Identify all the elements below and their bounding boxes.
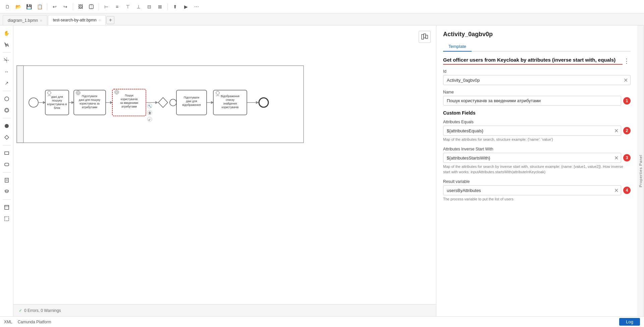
attr-equals-row: ✕ [443, 126, 621, 136]
svg-rect-23 [17, 66, 23, 143]
distribute-v-btn[interactable]: ⊠ [155, 2, 165, 11]
diagram-svg: дані для пошуку користувача в блок Підго… [13, 46, 309, 193]
attr-starts-input[interactable] [443, 153, 611, 162]
distribute-h-btn[interactable]: ⊟ [145, 2, 154, 11]
redo-btn[interactable]: ↪ [61, 2, 70, 11]
connect-tool-btn[interactable]: ↗ [2, 78, 12, 88]
filled-circle-btn[interactable] [2, 121, 12, 131]
image-btn[interactable]: 🖼 [76, 2, 85, 11]
svg-text:дані для: дані для [51, 95, 63, 99]
svg-point-59 [170, 99, 176, 106]
svg-rect-12 [5, 178, 8, 182]
lasso-btn[interactable] [87, 2, 96, 11]
frame-btn[interactable] [2, 202, 12, 212]
svg-text:користувача за: користувача за [79, 102, 100, 105]
more-btn[interactable]: ⋯ [192, 2, 201, 11]
new-file-btn[interactable]: 🗋 [3, 2, 12, 11]
align-center-h-btn[interactable]: ≡ [112, 2, 122, 11]
svg-rect-21 [426, 35, 428, 39]
panel-tabs: Template [443, 42, 631, 52]
tab-diagram1[interactable]: diagram_1.bpmn ○ [3, 15, 47, 25]
circle-tool-btn[interactable] [2, 94, 12, 104]
undo-btn[interactable]: ↩ [50, 2, 59, 11]
status-message: 0 Errors, 0 Warnings [24, 308, 61, 313]
dashed-sel-btn[interactable] [2, 214, 12, 224]
tab-add-btn[interactable]: + [106, 16, 114, 24]
status-check-icon: ✓ [19, 308, 22, 313]
log-btn[interactable]: Log [619, 318, 640, 326]
panel-section-title: Get officer users from Keycloak by attri… [443, 57, 623, 65]
id-field-clear-btn[interactable]: ✕ [621, 75, 630, 85]
panel-more-btn[interactable]: ⋮ [623, 57, 631, 65]
attr-starts-badge: 3 [623, 154, 631, 161]
result-var-clear[interactable]: ✕ [611, 186, 621, 195]
export-btn[interactable]: 📋 [35, 2, 44, 11]
attr-equals-clear[interactable]: ✕ [611, 126, 621, 135]
attr-equals-input[interactable] [443, 126, 611, 135]
svg-rect-19 [422, 35, 424, 39]
svg-text:атрибутами: атрибутами [82, 106, 97, 109]
map-view-btn[interactable] [419, 31, 431, 43]
align-left-btn[interactable]: ⊢ [102, 2, 111, 11]
save-btn[interactable]: 💾 [24, 2, 34, 11]
upload-btn[interactable]: ⬆ [170, 2, 180, 11]
rounded-rect-btn[interactable] [2, 159, 12, 170]
align-top-btn[interactable]: ⊤ [123, 2, 132, 11]
run-btn[interactable]: ▶ [181, 2, 191, 11]
toolbar-sep-3 [99, 3, 99, 10]
tool-sep-6 [3, 199, 11, 200]
doc-btn[interactable] [2, 175, 12, 185]
tool-sep-2 [3, 91, 11, 91]
attr-starts-clear[interactable]: ✕ [611, 153, 621, 162]
toolbar-sep-4 [167, 3, 168, 10]
name-field-input[interactable] [443, 96, 621, 105]
properties-panel-label[interactable]: Properties Panel [637, 25, 644, 316]
db-btn[interactable] [2, 187, 12, 197]
result-var-label: Result variable [443, 179, 631, 184]
hand-tool-btn[interactable]: ✋ [2, 28, 12, 38]
svg-text:пошуку: пошуку [52, 99, 62, 102]
tool-sep-5 [3, 172, 11, 173]
panel-tab-template[interactable]: Template [443, 42, 472, 52]
result-var-input[interactable] [443, 186, 611, 195]
id-field-label: Id [443, 69, 631, 74]
id-field-input[interactable] [443, 76, 621, 85]
id-field-group: Id ✕ [443, 69, 631, 85]
space-tool-btn[interactable]: ↔ [2, 67, 12, 77]
rect-btn[interactable] [2, 148, 12, 158]
svg-text:Відображення: Відображення [221, 94, 239, 98]
attr-starts-with-badge: ✕ 3 [443, 153, 631, 163]
canvas[interactable]: дані для пошуку користувача в блок Підго… [13, 25, 436, 316]
svg-text:дані для пошуку: дані для пошуку [79, 98, 101, 102]
svg-rect-16 [5, 205, 9, 209]
tab-diagram1-close[interactable]: ○ [40, 18, 42, 22]
lasso-tool-btn[interactable] [2, 55, 12, 65]
double-circle-btn[interactable] [2, 105, 12, 115]
toolbar: 🗋 📂 💾 📋 ↩ ↪ 🖼 ⊢ ≡ ⊤ ⊥ ⊟ ⊠ ⬆ ▶ ⋯ [0, 0, 644, 13]
name-field-row [443, 96, 621, 106]
svg-text:атрибутами: атрибутами [121, 105, 137, 108]
svg-text:за введеними: за введеними [120, 101, 138, 105]
platform-link[interactable]: Camunda Platform [18, 320, 51, 324]
attr-starts-row: ✕ [443, 153, 621, 163]
align-bottom-btn[interactable]: ⊥ [134, 2, 143, 11]
svg-text:дані для: дані для [186, 100, 197, 103]
main-area: ✋ ↔ ↗ [0, 25, 644, 316]
tab-test-search-close[interactable]: ○ [99, 18, 101, 22]
tool-sep-1 [3, 52, 11, 53]
select-tool-btn[interactable] [2, 40, 12, 50]
tool-sep-3 [3, 118, 11, 118]
bottom-bar: XML Camunda Platform Log [0, 316, 644, 327]
svg-line-4 [4, 58, 7, 61]
svg-rect-18 [5, 217, 9, 221]
open-file-btn[interactable]: 📂 [13, 2, 23, 11]
tool-panel: ✋ ↔ ↗ [0, 25, 13, 316]
panel-header-row: Get officer users from Keycloak by attri… [443, 57, 631, 65]
tab-test-search[interactable]: test-search-by-attr.bpmn ○ [48, 15, 106, 25]
tab-bar: diagram_1.bpmn ○ test-search-by-attr.bpm… [0, 13, 644, 25]
xml-link[interactable]: XML [4, 320, 12, 324]
svg-point-31 [29, 98, 38, 107]
result-var-badge: 4 [623, 187, 631, 194]
diamond-btn[interactable] [2, 132, 12, 142]
name-field-group: Name 1 [443, 90, 631, 106]
